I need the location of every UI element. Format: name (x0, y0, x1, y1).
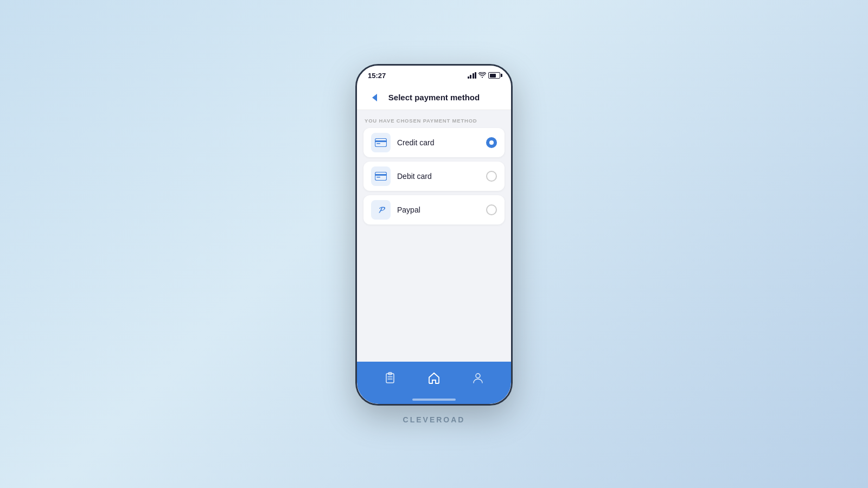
svg-rect-5 (376, 177, 380, 178)
payment-item-debit-card[interactable]: Debit card (363, 162, 505, 191)
brand-label: CLEVEROAD (403, 415, 465, 424)
clipboard-icon (384, 372, 396, 387)
status-time: 15:27 (368, 72, 386, 80)
svg-rect-3 (375, 172, 387, 181)
payment-list: Credit card Debit ca (363, 128, 505, 224)
status-icons (468, 72, 501, 79)
payment-item-credit-card[interactable]: Credit card (363, 128, 505, 157)
tab-home[interactable] (420, 366, 448, 393)
nav-bar: Select payment method (357, 85, 511, 110)
payment-left-paypal: 𝓟 Paypal (371, 200, 420, 220)
profile-icon (472, 372, 484, 387)
status-bar: 15:27 (357, 66, 511, 85)
payment-left-credit-card: Credit card (371, 133, 434, 152)
credit-card-icon-box (371, 133, 391, 152)
wifi-icon (478, 72, 486, 79)
credit-card-radio[interactable] (486, 137, 497, 148)
credit-card-icon (375, 138, 387, 147)
debit-card-label: Debit card (397, 172, 432, 181)
nav-title: Select payment method (388, 93, 480, 102)
paypal-icon-box: 𝓟 (371, 200, 391, 220)
debit-card-icon-box (371, 166, 391, 186)
tab-orders[interactable] (376, 366, 404, 393)
tab-bar (357, 362, 511, 404)
svg-point-10 (476, 374, 480, 378)
svg-rect-1 (375, 140, 387, 142)
home-indicator (412, 399, 456, 401)
svg-rect-0 (375, 139, 387, 147)
home-icon (427, 372, 441, 387)
paypal-icon: 𝓟 (378, 206, 384, 215)
paypal-radio[interactable] (486, 204, 497, 215)
svg-rect-2 (376, 143, 380, 144)
svg-rect-4 (375, 174, 387, 176)
paypal-label: Paypal (397, 206, 420, 214)
signal-bars-icon (468, 72, 477, 79)
tab-profile[interactable] (464, 366, 492, 393)
payment-item-paypal[interactable]: 𝓟 Paypal (363, 195, 505, 224)
debit-card-icon (375, 172, 387, 181)
payment-left-debit-card: Debit card (371, 166, 432, 186)
back-chevron-icon (372, 94, 377, 101)
section-label: You have chosen payment method (363, 118, 505, 124)
battery-icon (488, 72, 500, 79)
debit-card-radio[interactable] (486, 171, 497, 182)
credit-card-label: Credit card (397, 138, 434, 147)
phone-wrapper: 15:27 (355, 64, 513, 424)
back-button[interactable] (367, 90, 382, 105)
content-area: You have chosen payment method Credit ca… (357, 110, 511, 362)
phone-frame: 15:27 (355, 64, 513, 406)
